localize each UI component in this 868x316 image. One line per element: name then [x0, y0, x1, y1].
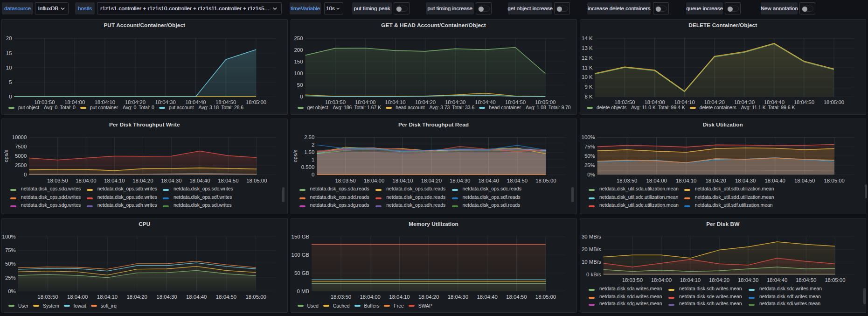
svg-text:0: 0 — [9, 94, 12, 99]
svg-text:20: 20 — [6, 35, 12, 41]
svg-text:0%: 0% — [8, 288, 15, 294]
svg-text:18:04:20: 18:04:20 — [421, 177, 441, 183]
svg-text:18:03:50: 18:03:50 — [325, 99, 345, 105]
svg-text:18:04:40: 18:04:40 — [767, 277, 787, 282]
svg-text:18:04:40: 18:04:40 — [765, 177, 785, 183]
svg-text:0 kB/s: 0 kB/s — [586, 272, 601, 277]
svg-text:18:03:50: 18:03:50 — [622, 277, 643, 282]
svg-text:8 K: 8 K — [584, 94, 592, 99]
svg-text:18:04:20: 18:04:20 — [418, 294, 438, 300]
svg-text:18:04:30: 18:04:30 — [734, 99, 755, 105]
svg-text:18:04:40: 18:04:40 — [478, 177, 499, 183]
svg-text:18:04:40: 18:04:40 — [189, 177, 210, 183]
svg-text:18:04:10: 18:04:10 — [95, 99, 115, 105]
svg-text:9 K: 9 K — [584, 84, 592, 90]
svg-text:11 K: 11 K — [582, 64, 593, 70]
svg-text:18:04:50: 18:04:50 — [794, 99, 814, 105]
svg-text:18:04:40: 18:04:40 — [185, 99, 206, 105]
svg-text:0%: 0% — [587, 171, 595, 177]
svg-text:18:04:50: 18:04:50 — [215, 99, 236, 105]
svg-text:18:04:20: 18:04:20 — [125, 99, 146, 105]
svg-text:18:04:50: 18:04:50 — [216, 294, 236, 300]
svg-text:18:05:00: 18:05:00 — [246, 177, 267, 183]
svg-text:18:03:50: 18:03:50 — [47, 177, 68, 183]
svg-text:18:04:50: 18:04:50 — [218, 177, 238, 183]
svg-text:18:04:00: 18:04:00 — [64, 99, 85, 105]
svg-text:18:03:50: 18:03:50 — [617, 177, 637, 183]
svg-text:18:05:00: 18:05:00 — [535, 294, 556, 300]
svg-text:25%: 25% — [584, 162, 595, 168]
svg-text:5: 5 — [9, 79, 12, 84]
svg-text:0: 0 — [311, 171, 314, 177]
svg-text:100%: 100% — [2, 234, 16, 239]
svg-text:18:04:00: 18:04:00 — [355, 99, 375, 105]
svg-text:1.50: 1.50 — [304, 149, 314, 155]
svg-text:2.50: 2.50 — [304, 134, 314, 140]
svg-text:18:05:00: 18:05:00 — [824, 99, 844, 105]
svg-text:18:04:30: 18:04:30 — [445, 99, 465, 105]
svg-text:18:04:00: 18:04:00 — [644, 99, 665, 105]
svg-text:2500: 2500 — [15, 162, 27, 168]
svg-text:18:04:10: 18:04:10 — [385, 99, 405, 105]
svg-text:18:04:30: 18:04:30 — [735, 177, 756, 183]
svg-text:250: 250 — [294, 35, 303, 41]
svg-text:18:05:00: 18:05:00 — [246, 99, 266, 105]
svg-text:18:04:50: 18:04:50 — [505, 99, 525, 105]
svg-text:7500: 7500 — [15, 144, 27, 149]
svg-text:ops/s: ops/s — [3, 149, 9, 162]
svg-text:18:04:00: 18:04:00 — [651, 277, 672, 282]
svg-text:18:04:20: 18:04:20 — [127, 294, 147, 300]
svg-text:18:05:00: 18:05:00 — [535, 99, 556, 105]
svg-text:75%: 75% — [5, 247, 16, 253]
svg-text:0.500: 0.500 — [301, 164, 314, 169]
svg-text:25%: 25% — [5, 274, 16, 280]
svg-text:18:04:30: 18:04:30 — [738, 277, 758, 282]
svg-text:18:04:40: 18:04:40 — [186, 294, 207, 300]
svg-text:18:05:00: 18:05:00 — [246, 294, 266, 300]
svg-text:100 GB: 100 GB — [291, 252, 309, 257]
svg-text:18:04:20: 18:04:20 — [415, 99, 435, 105]
svg-text:2: 2 — [311, 142, 314, 147]
svg-text:0 MB: 0 MB — [297, 288, 309, 294]
svg-text:18:04:20: 18:04:20 — [709, 277, 729, 282]
svg-text:18:04:10: 18:04:10 — [674, 99, 694, 105]
svg-text:18:04:20: 18:04:20 — [706, 177, 726, 183]
svg-text:18:04:30: 18:04:30 — [447, 294, 468, 300]
svg-text:30 MB/s: 30 MB/s — [582, 234, 601, 239]
svg-text:18:04:50: 18:04:50 — [794, 177, 815, 183]
svg-text:18:04:20: 18:04:20 — [704, 99, 725, 105]
svg-text:13 K: 13 K — [582, 45, 593, 51]
svg-text:18:04:10: 18:04:10 — [392, 177, 413, 183]
svg-text:18:03:50: 18:03:50 — [614, 99, 635, 105]
svg-text:100%: 100% — [582, 134, 595, 140]
svg-text:18:04:00: 18:04:00 — [360, 294, 380, 300]
svg-text:50%: 50% — [5, 261, 16, 267]
svg-text:100: 100 — [294, 70, 303, 76]
svg-text:10: 10 — [6, 64, 12, 70]
svg-text:150: 150 — [294, 59, 303, 64]
svg-text:18:04:20: 18:04:20 — [132, 177, 153, 183]
svg-text:0: 0 — [24, 171, 27, 177]
svg-text:10 MB/s: 10 MB/s — [582, 259, 601, 265]
svg-text:18:03:50: 18:03:50 — [335, 177, 355, 183]
svg-text:14 K: 14 K — [582, 35, 593, 41]
svg-text:18:04:30: 18:04:30 — [156, 294, 177, 300]
svg-text:18:04:30: 18:04:30 — [450, 177, 470, 183]
svg-text:18:03:50: 18:03:50 — [330, 294, 351, 300]
svg-text:20 MB/s: 20 MB/s — [582, 246, 601, 252]
svg-text:18:04:10: 18:04:10 — [680, 277, 701, 282]
svg-text:50%: 50% — [584, 153, 595, 159]
svg-text:10 K: 10 K — [582, 74, 593, 80]
svg-text:18:04:00: 18:04:00 — [67, 294, 88, 300]
svg-text:10000: 10000 — [12, 134, 27, 140]
svg-text:0: 0 — [300, 94, 303, 99]
svg-text:18:04:30: 18:04:30 — [155, 99, 175, 105]
svg-text:5000: 5000 — [15, 153, 27, 159]
svg-text:18:04:10: 18:04:10 — [389, 294, 410, 300]
svg-text:ops/s: ops/s — [292, 149, 298, 162]
svg-text:200: 200 — [294, 47, 303, 53]
svg-text:50 GB: 50 GB — [294, 270, 309, 275]
svg-text:18:04:30: 18:04:30 — [161, 177, 181, 183]
svg-text:18:04:00: 18:04:00 — [363, 177, 384, 183]
svg-text:18:04:40: 18:04:40 — [764, 99, 785, 105]
